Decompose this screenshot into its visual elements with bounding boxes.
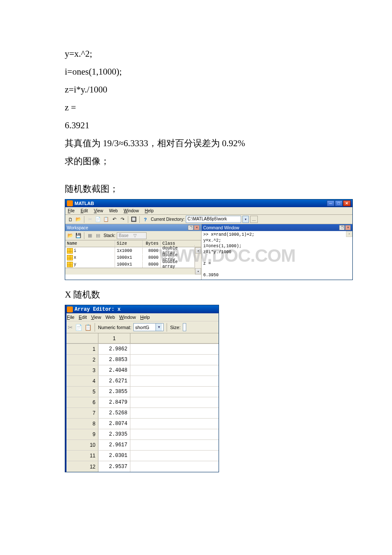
code-line: z = [65, 98, 328, 116]
array-editor-titlebar[interactable]: Array Editor: x [65, 305, 219, 313]
col-header-name[interactable]: Name [65, 240, 115, 247]
cell-value[interactable]: 2.9537 [98, 461, 130, 472]
workspace-title: Workspace [67, 225, 88, 230]
row-header[interactable]: 8 [65, 419, 98, 429]
menu-web[interactable]: Web [108, 208, 118, 214]
close-panel-button[interactable]: ✕ [345, 225, 351, 230]
command-line: i=ones(1,1000); [203, 243, 351, 249]
copy-icon[interactable]: 📄 [75, 324, 82, 331]
new-file-icon[interactable]: 🗋 [67, 216, 74, 223]
close-panel-button[interactable]: ✕ [194, 225, 199, 230]
row-header[interactable]: 4 [65, 376, 98, 386]
row-header[interactable]: 7 [65, 408, 98, 418]
redo-icon[interactable]: ↷ [119, 216, 126, 223]
blank-cell [130, 419, 219, 429]
cell-value[interactable]: 2.5268 [98, 408, 130, 418]
col-header-size[interactable]: Size [115, 240, 143, 247]
array-data-row[interactable]: 92.3935 [65, 429, 219, 440]
cell-value[interactable]: 2.8074 [98, 419, 130, 429]
current-directory-input[interactable]: C:\MATLAB6p5\work [186, 216, 241, 223]
cell-value[interactable]: 2.3935 [98, 429, 130, 439]
menu-file[interactable]: File [67, 315, 75, 320]
separator [139, 216, 140, 223]
scroll-down-button[interactable]: ▾ [195, 268, 201, 275]
cell-value[interactable]: 2.8853 [98, 355, 130, 365]
menu-file[interactable]: File [67, 208, 75, 214]
array-data-row[interactable]: 72.5268 [65, 408, 219, 419]
undo-icon[interactable]: ↶ [111, 216, 118, 223]
cut-icon[interactable]: ✂ [68, 324, 73, 331]
cell-value[interactable]: 2.9617 [98, 440, 130, 450]
cell-value[interactable]: 2.0301 [98, 451, 130, 461]
scroll-track[interactable] [195, 254, 201, 268]
help-icon[interactable]: ? [142, 216, 149, 223]
maximize-button[interactable]: □ [335, 200, 343, 206]
save-var-icon[interactable]: 💾 [75, 232, 82, 239]
dock-button[interactable]: ❐ [188, 225, 193, 230]
array-data-row[interactable]: 42.6271 [65, 376, 219, 387]
array-data-row[interactable]: 32.4048 [65, 365, 219, 376]
row-header[interactable]: 9 [65, 429, 98, 439]
simulink-icon[interactable]: 🔲 [130, 216, 137, 223]
numeric-format-select[interactable]: shortG ▼ [133, 323, 164, 331]
row-header[interactable]: 3 [65, 365, 98, 376]
cell-value[interactable]: 2.8479 [98, 397, 130, 408]
menu-help[interactable]: Help [144, 208, 155, 214]
close-button[interactable]: ✕ [343, 200, 351, 206]
print-icon[interactable]: ▦ [86, 232, 93, 239]
menu-web[interactable]: Web [105, 315, 115, 320]
command-window-content[interactable]: WWW.DOC.COM >> x=rand(1000,1)+2;y=x.^2;i… [202, 231, 352, 280]
cell-value[interactable]: 2.3855 [98, 387, 130, 397]
row-header[interactable]: 5 [65, 387, 98, 397]
menu-view[interactable]: View [91, 315, 101, 320]
cut-icon[interactable]: ✂ [86, 216, 93, 223]
row-header[interactable]: 10 [65, 440, 98, 450]
array-data-row[interactable]: 22.8853 [65, 355, 219, 365]
column-header[interactable]: 1 [98, 333, 130, 344]
dock-button[interactable]: ❐ [339, 225, 345, 230]
array-data-row[interactable]: 122.9537 [65, 461, 219, 472]
browse-button[interactable]: … [250, 216, 258, 223]
scroll-up-button[interactable]: ▴ [195, 247, 201, 254]
row-header[interactable]: 11 [65, 451, 98, 461]
array-data-row[interactable]: 62.8479 [65, 397, 219, 408]
paste-icon[interactable]: 📋 [103, 216, 110, 223]
menu-window[interactable]: Window [123, 208, 140, 214]
stack-label: Stack: [104, 233, 115, 238]
col-header-bytes[interactable]: Bytes [143, 240, 161, 247]
blank-cell [130, 461, 219, 472]
row-header[interactable]: 1 [65, 344, 98, 354]
copy-icon[interactable]: 📄 [95, 216, 101, 223]
delete-icon[interactable]: ▤ [95, 232, 101, 239]
minimize-button[interactable]: ─ [327, 200, 334, 206]
directory-dropdown[interactable]: ▼ [242, 216, 249, 223]
dropdown-icon[interactable]: ▼ [156, 324, 162, 331]
cell-value[interactable]: 2.4048 [98, 365, 130, 376]
array-editor-table: 1 12.986222.885332.404842.627152.385562.… [65, 333, 219, 472]
array-data-row[interactable]: 52.3855 [65, 387, 219, 397]
array-data-row[interactable]: 12.9862 [65, 344, 219, 355]
row-header[interactable]: 12 [65, 461, 98, 472]
workspace-variable-row[interactable]: y1000x18000double array [65, 261, 195, 268]
row-header[interactable]: 2 [65, 355, 98, 365]
blank-cell [130, 397, 219, 408]
open-file-icon[interactable]: 📂 [75, 216, 82, 223]
menu-window[interactable]: Window [119, 315, 136, 320]
cell-value[interactable]: 2.6271 [98, 376, 130, 386]
menu-edit[interactable]: Edit [80, 208, 89, 214]
paste-icon[interactable]: 📋 [84, 324, 92, 331]
array-data-row[interactable]: 102.9617 [65, 440, 219, 451]
cell-value[interactable]: 2.9862 [98, 344, 130, 354]
open-var-icon[interactable]: 📂 [67, 232, 74, 239]
stack-select[interactable]: Base ▽ [117, 232, 147, 239]
matlab-titlebar[interactable]: MATLAB ─ □ ✕ [65, 199, 352, 207]
array-data-row[interactable]: 112.0301 [65, 451, 219, 461]
menu-edit[interactable]: Edit [79, 315, 87, 320]
command-line: y=x.^2; [203, 238, 351, 244]
array-data-row[interactable]: 82.8074 [65, 419, 219, 429]
workspace-scrollbar[interactable]: ▴ ▾ [195, 247, 201, 275]
size-input[interactable] [183, 323, 186, 331]
menu-view[interactable]: View [93, 208, 104, 214]
row-header[interactable]: 6 [65, 397, 98, 408]
menu-help[interactable]: Help [140, 315, 150, 320]
